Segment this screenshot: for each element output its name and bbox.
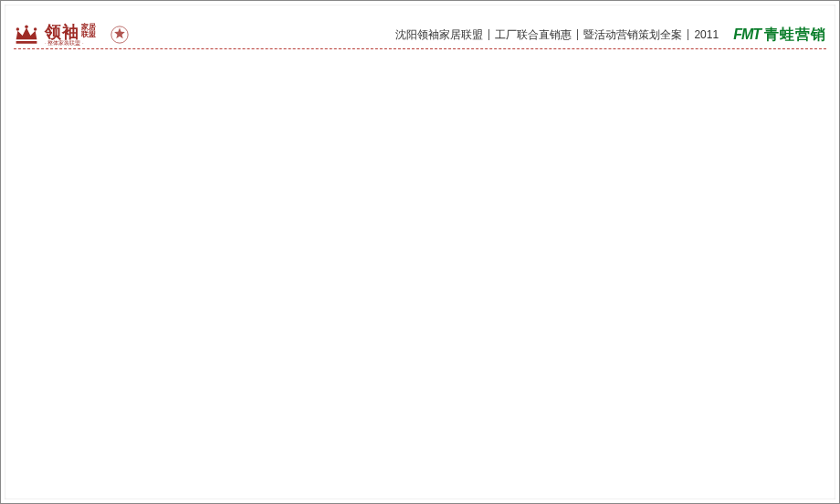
svg-point-1: [25, 26, 28, 29]
logo-main-text: 领袖: [45, 24, 79, 40]
right-logo-cn: 青蛙营销: [764, 26, 826, 45]
slide-inner: 领袖 家居 联盟 · 整体家装联盟 · 沈阳领袖家居联盟 工厂联合直销惠 暨活动…: [5, 5, 835, 499]
right-logo-group: FMT 青蛙营销: [733, 26, 826, 45]
tag-item: 工厂联合直销惠: [489, 29, 578, 40]
left-logo-group: 领袖 家居 联盟 · 整体家装联盟 ·: [14, 24, 129, 46]
right-logo-en: FMT: [733, 26, 761, 43]
crown-icon: [14, 25, 39, 45]
slide-page: 领袖 家居 联盟 · 整体家装联盟 · 沈阳领袖家居联盟 工厂联合直销惠 暨活动…: [0, 0, 840, 504]
header-divider: [14, 48, 826, 49]
tag-item: 沈阳领袖家居联盟: [390, 29, 489, 40]
logo-side-text: 家居 联盟: [81, 24, 96, 38]
tag-item: 2011: [688, 29, 724, 40]
medallion-icon: [110, 26, 129, 44]
svg-point-2: [34, 27, 37, 31]
tag-item: 暨活动营销策划全案: [578, 29, 688, 40]
header-bar: 领袖 家居 联盟 · 整体家装联盟 · 沈阳领袖家居联盟 工厂联合直销惠 暨活动…: [14, 21, 826, 48]
logo-sub-text: · 整体家装联盟 ·: [45, 40, 96, 46]
header-tags: 沈阳领袖家居联盟 工厂联合直销惠 暨活动营销策划全案 2011: [390, 29, 724, 40]
svg-point-0: [16, 27, 20, 31]
left-logo-text: 领袖 家居 联盟 · 整体家装联盟 ·: [45, 24, 96, 46]
